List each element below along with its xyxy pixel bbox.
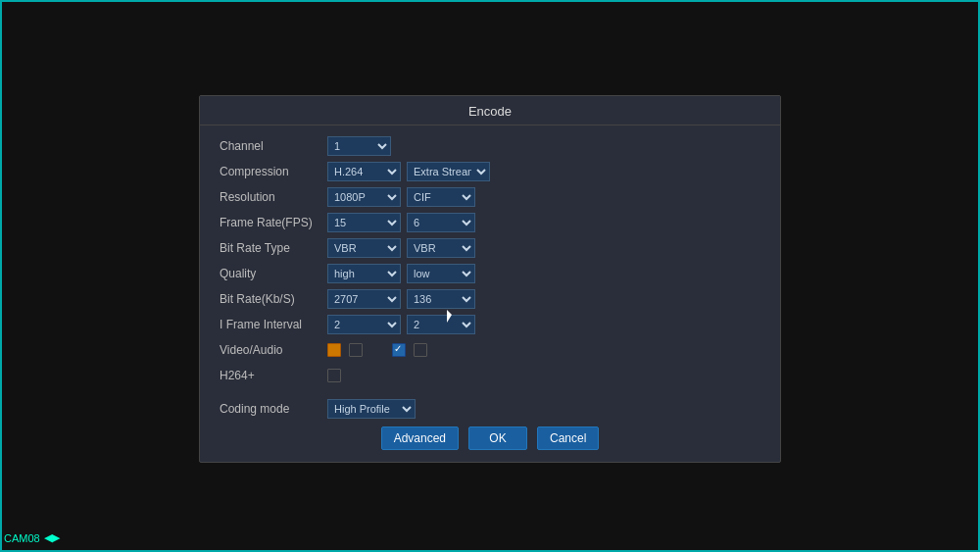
video-audio-extra-audio-checkbox[interactable] bbox=[414, 343, 427, 357]
i-frame-extra-select[interactable]: 246 bbox=[407, 315, 475, 334]
quality-extra-select[interactable]: highesthigherhighmediumlow bbox=[407, 264, 475, 283]
video-audio-label: Video/Audio bbox=[220, 343, 327, 357]
coding-mode-label: Coding mode bbox=[220, 402, 327, 416]
quality-main-select[interactable]: highesthigherhighmediumlow bbox=[327, 264, 401, 283]
bit-rate-kbs-extra-select[interactable]: 136 bbox=[407, 289, 475, 309]
dialog-body: Channel 1234 Compression H.264H.265 Extr… bbox=[200, 125, 780, 429]
video-audio-main-checkbox[interactable] bbox=[327, 343, 341, 357]
bit-rate-type-extra-select[interactable]: VBRCBR bbox=[407, 238, 475, 258]
video-audio-row: Video/Audio bbox=[220, 339, 760, 361]
i-frame-row: I Frame Interval 246 246 bbox=[220, 314, 760, 335]
bit-rate-kbs-row: Bit Rate(Kb/S) 2707 136 bbox=[220, 288, 760, 310]
dialog-title: Encode bbox=[200, 96, 780, 125]
advanced-button[interactable]: Advanced bbox=[381, 427, 459, 450]
quality-controls: highesthigherhighmediumlow highesthigher… bbox=[327, 264, 475, 283]
bit-rate-type-label: Bit Rate Type bbox=[220, 241, 327, 255]
bit-rate-type-main-select[interactable]: VBRCBR bbox=[327, 238, 401, 258]
channel-select[interactable]: 1234 bbox=[327, 136, 391, 156]
bit-rate-type-controls: VBRCBR VBRCBR bbox=[327, 238, 475, 258]
video-audio-main-audio-checkbox[interactable] bbox=[349, 343, 363, 357]
resolution-main-select[interactable]: 1080P720PD1CIF bbox=[327, 187, 401, 207]
channel-controls: 1234 bbox=[327, 136, 391, 156]
coding-mode-row: Coding mode High ProfileMain ProfileBase… bbox=[220, 398, 760, 420]
h264plus-label: H264+ bbox=[220, 369, 327, 382]
frame-rate-row: Frame Rate(FPS) 151086 6421 bbox=[220, 212, 760, 233]
h264plus-row: H264+ bbox=[220, 365, 760, 386]
dialog-footer: Advanced OK Cancel bbox=[200, 427, 780, 450]
frame-rate-extra-select[interactable]: 6421 bbox=[407, 213, 475, 232]
resolution-row: Resolution 1080P720PD1CIF CIFD1720P bbox=[220, 186, 760, 208]
cam-nav-icons[interactable]: ◀▶ bbox=[44, 531, 60, 544]
i-frame-label: I Frame Interval bbox=[220, 318, 327, 331]
bit-rate-kbs-label: Bit Rate(Kb/S) bbox=[220, 292, 327, 306]
compression-label: Compression bbox=[220, 165, 327, 178]
frame-rate-controls: 151086 6421 bbox=[327, 213, 475, 232]
bit-rate-type-row: Bit Rate Type VBRCBR VBRCBR bbox=[220, 237, 760, 259]
bit-rate-kbs-main-select[interactable]: 2707 bbox=[327, 289, 401, 309]
channel-label: Channel bbox=[220, 139, 327, 153]
cam-name: CAM08 bbox=[4, 532, 40, 544]
frame-rate-main-select[interactable]: 151086 bbox=[327, 213, 401, 232]
i-frame-main-select[interactable]: 246 bbox=[327, 315, 401, 334]
quality-label: Quality bbox=[220, 267, 327, 280]
frame-rate-label: Frame Rate(FPS) bbox=[220, 216, 327, 229]
coding-mode-select[interactable]: High ProfileMain ProfileBaseline bbox=[327, 399, 416, 419]
resolution-controls: 1080P720PD1CIF CIFD1720P bbox=[327, 187, 475, 207]
resolution-label: Resolution bbox=[220, 190, 327, 204]
quality-row: Quality highesthigherhighmediumlow highe… bbox=[220, 263, 760, 284]
coding-mode-controls: High ProfileMain ProfileBaseline bbox=[327, 399, 416, 419]
bit-rate-kbs-controls: 2707 136 bbox=[327, 289, 475, 309]
encode-dialog: Encode Channel 1234 Compression H.264H.2… bbox=[199, 95, 781, 463]
compression-row: Compression H.264H.265 Extra StreamMain … bbox=[220, 161, 760, 182]
cam-label-bar: CAM08 ◀▶ bbox=[4, 531, 60, 544]
compression-extra-select[interactable]: Extra StreamMain Stream bbox=[407, 162, 490, 181]
resolution-extra-select[interactable]: CIFD1720P bbox=[407, 187, 475, 207]
cancel-button[interactable]: Cancel bbox=[537, 427, 599, 450]
i-frame-controls: 246 246 bbox=[327, 315, 475, 334]
ok-button[interactable]: OK bbox=[468, 427, 527, 450]
h264plus-checkbox[interactable] bbox=[327, 369, 341, 382]
h264plus-controls bbox=[327, 369, 341, 382]
compression-main-select[interactable]: H.264H.265 bbox=[327, 162, 401, 181]
video-audio-extra-checkbox[interactable] bbox=[392, 343, 406, 357]
channel-row: Channel 1234 bbox=[220, 135, 760, 157]
video-audio-controls bbox=[327, 343, 427, 357]
compression-controls: H.264H.265 Extra StreamMain Stream bbox=[327, 162, 490, 181]
